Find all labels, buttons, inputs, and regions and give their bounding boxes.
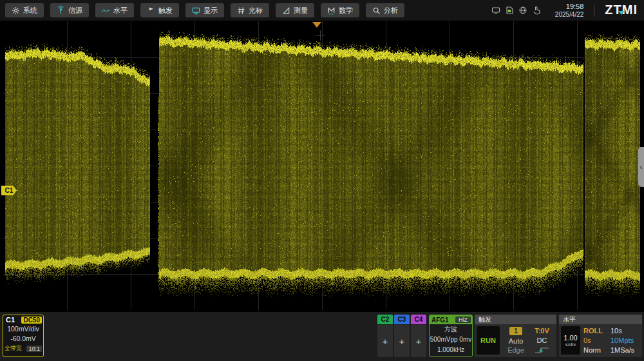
channel3-box[interactable]: C3 +: [394, 315, 410, 357]
horizontal-right-column: 10s 10Mpts 1MSa/s: [611, 326, 640, 355]
wave-icon: [102, 6, 110, 15]
channel4-box[interactable]: C4 +: [411, 315, 426, 357]
channel1-coupling-badge[interactable]: DC50: [21, 317, 42, 324]
afg-frequency: 1.000kHz: [430, 345, 472, 355]
math-icon: [327, 6, 336, 15]
horizontal-panel-body: 1.00 s/div ROLL 0s Norm 10s 10Mpts 1MSa/…: [559, 324, 642, 355]
channel3-label[interactable]: C3: [394, 315, 410, 324]
channel4-label[interactable]: C4: [411, 315, 426, 324]
channel1-probe-ratio: 10:1: [26, 346, 42, 352]
menu-math-button[interactable]: 数学: [321, 3, 359, 17]
menu-source-button[interactable]: 信源: [50, 3, 89, 17]
menu-label: 数学: [339, 6, 353, 15]
trigger-mode[interactable]: Auto: [509, 337, 524, 345]
menu-label: 分析: [384, 6, 398, 15]
logo-accent-triangle: [618, 11, 625, 15]
brand-logo: ZTMI: [605, 3, 639, 17]
oscilloscope-app: 系统 信源 水平 触发 显示 光标 测量 数学: [0, 0, 644, 361]
rising-edge-icon[interactable]: [535, 346, 550, 354]
menu-display-button[interactable]: 显示: [185, 3, 224, 17]
clock-date: 2025/4/22: [555, 11, 584, 19]
timebase-unit: s/div: [565, 342, 576, 347]
horizontal-panel-title: 水平: [559, 315, 642, 324]
menu-trigger-button[interactable]: 触发: [140, 3, 179, 17]
timebase-scale-box[interactable]: 1.00 s/div: [561, 326, 580, 355]
trigger-panel[interactable]: 触发 RUN 1 Auto Edge T:0V DC: [475, 315, 556, 357]
channel1-bandwidth: 全带宽: [5, 344, 22, 353]
menu-label: 显示: [204, 6, 218, 15]
channel4-add-button[interactable]: +: [411, 325, 426, 357]
sample-rate: 1MSa/s: [611, 346, 640, 354]
top-menu-bar: 系统 信源 水平 触发 显示 光标 测量 数学: [0, 0, 644, 21]
trigger-panel-title: 触发: [475, 315, 556, 324]
gear-icon: [12, 6, 20, 15]
menu-horizontal-button[interactable]: 水平: [95, 3, 134, 17]
channel1-scale: 100mV/div: [3, 324, 43, 334]
channel2-label[interactable]: C2: [377, 315, 393, 324]
channel2-box[interactable]: C2 +: [377, 315, 393, 357]
waveform-canvas: [3, 21, 641, 310]
channel3-add-button[interactable]: +: [394, 325, 410, 357]
afg-wave-type: 方波: [430, 324, 472, 335]
display-icon: [192, 6, 200, 15]
menu-label: 光标: [249, 6, 263, 15]
network-icon[interactable]: [518, 6, 527, 15]
menu-label: 触发: [158, 6, 173, 15]
touch-icon[interactable]: [532, 6, 541, 15]
trigger-right-column: T:0V DC: [529, 326, 554, 355]
menu-analysis-button[interactable]: 分析: [366, 3, 404, 17]
channel1-footer: 全带宽 10:1: [3, 344, 43, 353]
cursor-hash-icon: [237, 6, 245, 15]
trigger-type[interactable]: Edge: [507, 346, 524, 354]
antenna-icon: [57, 6, 65, 15]
channel1-name: C1: [6, 316, 15, 324]
channel1-info-box[interactable]: C1 DC50 100mV/div -60.0mV 全带宽 10:1: [3, 315, 44, 357]
afg-impedance-badge[interactable]: HiZ: [455, 317, 471, 323]
run-state-button[interactable]: RUN: [477, 326, 500, 355]
magnifier-icon: [372, 6, 381, 15]
channel1-offset: -60.0mV: [3, 334, 43, 344]
waveform-display-area: C1 ‹: [0, 21, 644, 312]
trigger-level[interactable]: T:0V: [535, 327, 549, 335]
sd-card-icon[interactable]: [505, 6, 514, 15]
afg-panel[interactable]: AFG1 HiZ 方波 500mVpp 0mv 1.000kHz: [429, 315, 473, 357]
chevron-left-icon: ‹: [640, 163, 643, 171]
trigger-source-badge[interactable]: 1: [509, 327, 522, 335]
clock-time: 19:58: [555, 3, 584, 11]
afg-amplitude: 500mVpp 0mv: [430, 335, 472, 345]
menu-label: 信源: [68, 6, 82, 15]
acquire-type[interactable]: Norm: [583, 346, 611, 354]
topbar-divider: [594, 4, 594, 17]
measure-icon: [282, 6, 290, 15]
menu-label: 测量: [294, 6, 308, 15]
afg-header: AFG1 HiZ: [430, 315, 472, 324]
time-window: 10s: [611, 327, 640, 335]
channel1-header: C1 DC50: [3, 315, 43, 324]
timebase-scale: 1.00: [564, 334, 577, 342]
topbar-right-cluster: 19:58 2025/4/22 ZTMI: [491, 3, 639, 18]
menu-system-button[interactable]: 系统: [5, 3, 44, 17]
memory-depth: 10Mpts: [611, 337, 640, 344]
trigger-panel-body: RUN 1 Auto Edge T:0V DC: [475, 324, 556, 355]
horizontal-mid-column: ROLL 0s Norm: [583, 326, 611, 355]
trigger-flag-icon: [147, 6, 155, 15]
trigger-mid-column: 1 Auto Edge: [502, 326, 529, 355]
bottom-status-bar: C1 DC50 100mV/div -60.0mV 全带宽 10:1 C2 + …: [0, 312, 644, 361]
status-icons: [491, 6, 541, 15]
afg-name: AFG1: [430, 317, 449, 324]
menu-label: 系统: [23, 6, 37, 15]
menu-cursor-button[interactable]: 光标: [231, 3, 269, 17]
acquisition-mode[interactable]: ROLL: [583, 327, 611, 335]
channel2-add-button[interactable]: +: [377, 325, 393, 357]
horizontal-delay[interactable]: 0s: [583, 337, 611, 344]
horizontal-panel[interactable]: 水平 1.00 s/div ROLL 0s Norm 10s 10Mpts 1M…: [559, 315, 642, 357]
menu-measure-button[interactable]: 测量: [276, 3, 314, 17]
trigger-coupling[interactable]: DC: [537, 337, 547, 344]
menu-label: 水平: [113, 6, 128, 15]
screen-icon[interactable]: [491, 6, 500, 15]
trigger-position-marker[interactable]: [312, 22, 321, 28]
clock: 19:58 2025/4/22: [555, 3, 584, 18]
side-panel-handle[interactable]: ‹: [638, 147, 644, 187]
